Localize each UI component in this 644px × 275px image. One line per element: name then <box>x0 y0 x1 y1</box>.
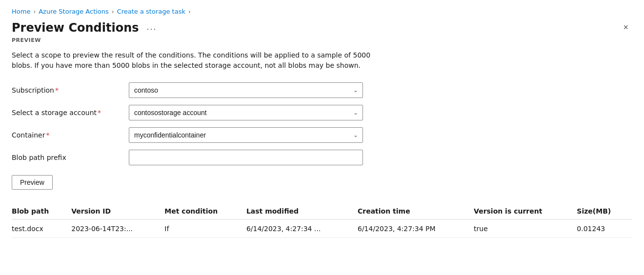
col-version-id: Version ID <box>71 203 164 219</box>
form-section: Subscription* contoso ⌄ Select a storage… <box>12 82 632 165</box>
table-cell-creation-time: 6/14/2023, 4:27:34 PM <box>358 219 474 238</box>
description-text: Select a scope to preview the result of … <box>12 50 392 71</box>
col-size-mb: Size(MB) <box>577 203 632 219</box>
subscription-select-wrapper: contoso ⌄ <box>129 82 363 98</box>
subscription-select[interactable]: contoso <box>129 82 363 98</box>
table-row: test.docx2023-06-14T23:...If6/14/2023, 4… <box>12 219 632 238</box>
breadcrumb-home[interactable]: Home <box>12 8 30 15</box>
table-cell-version-id: 2023-06-14T23:... <box>71 219 164 238</box>
subscription-label: Subscription* <box>12 86 129 94</box>
blob-path-prefix-label: Blob path prefix <box>12 154 129 161</box>
container-select-wrapper: myconfidentialcontainer ⌄ <box>129 127 363 143</box>
subscription-required-star: * <box>55 86 59 94</box>
preview-badge: PREVIEW <box>12 37 632 43</box>
preview-button[interactable]: Preview <box>12 175 53 190</box>
container-row: Container* myconfidentialcontainer ⌄ <box>12 127 632 143</box>
breadcrumb-sep-2: › <box>112 8 114 15</box>
breadcrumb-sep-3: › <box>188 8 191 15</box>
col-blob-path: Blob path <box>12 203 71 219</box>
table-header: Blob path Version ID Met condition Last … <box>12 203 632 219</box>
storage-account-required-star: * <box>98 109 101 117</box>
storage-account-label: Select a storage account* <box>12 109 129 117</box>
table-cell-last-modified: 6/14/2023, 4:27:34 ... <box>246 219 358 238</box>
ellipsis-menu-button[interactable]: ··· <box>144 23 160 35</box>
subscription-row: Subscription* contoso ⌄ <box>12 82 632 98</box>
close-button[interactable]: × <box>619 21 632 34</box>
breadcrumb-azure-storage-actions[interactable]: Azure Storage Actions <box>39 8 109 15</box>
container-required-star: * <box>46 131 49 139</box>
storage-account-row: Select a storage account* contosostorage… <box>12 105 632 120</box>
table-cell-size-mb: 0.01243 <box>577 219 632 238</box>
breadcrumb-sep-1: › <box>33 8 36 15</box>
col-version-is-current: Version is current <box>474 203 577 219</box>
col-last-modified: Last modified <box>246 203 358 219</box>
breadcrumb-create-storage-task[interactable]: Create a storage task <box>117 8 185 15</box>
table-cell-version-is-current: true <box>474 219 577 238</box>
storage-account-select-wrapper: contosostorage account ⌄ <box>129 105 363 120</box>
blob-path-prefix-row: Blob path prefix <box>12 150 632 165</box>
col-met-condition: Met condition <box>164 203 246 219</box>
breadcrumb: Home › Azure Storage Actions › Create a … <box>12 8 632 15</box>
page-title: Preview Conditions <box>12 21 139 35</box>
container-select[interactable]: myconfidentialcontainer <box>129 127 363 143</box>
col-creation-time: Creation time <box>358 203 474 219</box>
storage-account-select[interactable]: contosostorage account <box>129 105 363 120</box>
container-label: Container* <box>12 131 129 139</box>
table-header-row: Blob path Version ID Met condition Last … <box>12 203 632 219</box>
table-cell-blob-path: test.docx <box>12 219 71 238</box>
blob-path-prefix-input[interactable] <box>129 150 363 165</box>
table-body: test.docx2023-06-14T23:...If6/14/2023, 4… <box>12 219 632 238</box>
results-table: Blob path Version ID Met condition Last … <box>12 203 632 238</box>
header-left: Preview Conditions ··· <box>12 21 160 35</box>
table-cell-met-condition: If <box>164 219 246 238</box>
page-header: Preview Conditions ··· × <box>12 21 632 35</box>
